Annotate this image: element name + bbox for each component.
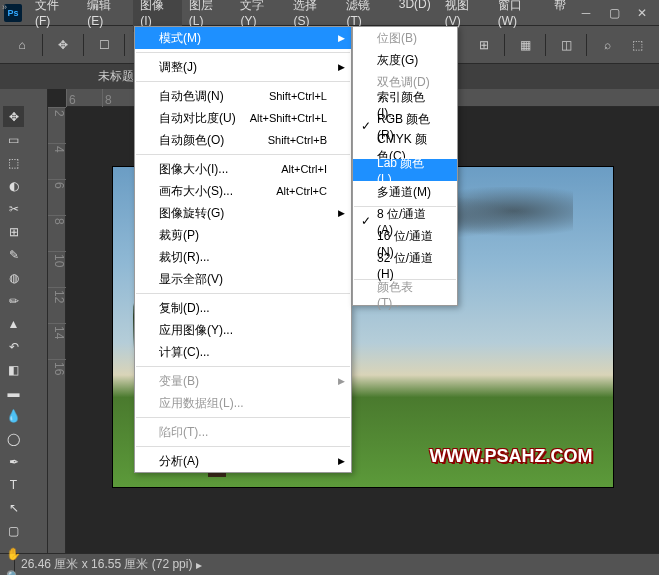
menu-item[interactable]: 自动色调(N)Shift+Ctrl+L — [135, 85, 351, 107]
auto-select-checkbox[interactable]: ☐ — [90, 31, 118, 59]
menu-item: 陷印(T)... — [135, 421, 351, 443]
ruler-vertical[interactable]: 246810121416 — [48, 107, 66, 553]
close-button[interactable]: ✕ — [629, 3, 655, 23]
history-brush-tool[interactable]: ↶ — [3, 336, 24, 357]
menu-item[interactable]: 分析(A)▶ — [135, 450, 351, 472]
menu-item[interactable]: 裁剪(P) — [135, 224, 351, 246]
share-icon[interactable]: ⬚ — [623, 31, 651, 59]
minimize-button[interactable]: ─ — [573, 3, 599, 23]
menu-item[interactable]: 画布大小(S)...Alt+Ctrl+C — [135, 180, 351, 202]
image-menu-dropdown: 模式(M)▶调整(J)▶自动色调(N)Shift+Ctrl+L自动对比度(U)A… — [134, 26, 352, 473]
menu-item[interactable]: 自动颜色(O)Shift+Ctrl+B — [135, 129, 351, 151]
maximize-button[interactable]: ▢ — [601, 3, 627, 23]
frame-tool[interactable]: ⊞ — [3, 221, 24, 242]
menu-item[interactable]: 计算(C)... — [135, 341, 351, 363]
menu-item[interactable]: 图像旋转(G)▶ — [135, 202, 351, 224]
search-icon[interactable]: ⌕ — [593, 31, 621, 59]
dodge-tool[interactable]: ◯ — [3, 428, 24, 449]
path-tool[interactable]: ↖ — [3, 497, 24, 518]
menu-item[interactable]: 显示全部(V) — [135, 268, 351, 290]
blur-tool[interactable]: 💧 — [3, 405, 24, 426]
menu-9[interactable]: 窗口(W) — [491, 0, 547, 32]
menu-item: 颜色表(T)... — [353, 283, 457, 305]
pen-tool[interactable]: ✒ — [3, 451, 24, 472]
collapse-icon[interactable]: » — [2, 2, 12, 12]
marquee-tool[interactable]: ⬚ — [3, 152, 24, 173]
type-tool[interactable]: T — [3, 474, 24, 495]
document-dimensions[interactable]: 26.46 厘米 x 16.55 厘米 (72 ppi) — [21, 556, 192, 573]
status-bar: 26.46 厘米 x 16.55 厘米 (72 ppi) ▸ — [0, 553, 659, 575]
zoom-tool[interactable]: 🔍 — [3, 566, 24, 575]
menu-item[interactable]: 复制(D)... — [135, 297, 351, 319]
menu-item[interactable]: 自动对比度(U)Alt+Shift+Ctrl+L — [135, 107, 351, 129]
menu-1[interactable]: 编辑(E) — [80, 0, 133, 32]
menu-0[interactable]: 文件(F) — [28, 0, 80, 32]
eyedropper-tool[interactable]: ✎ — [3, 244, 24, 265]
menu-item: 变量(B)▶ — [135, 370, 351, 392]
healing-tool[interactable]: ◍ — [3, 267, 24, 288]
rectangle-tool[interactable]: ▢ — [3, 520, 24, 541]
menu-item: 位图(B) — [353, 27, 457, 49]
workspace-icon[interactable]: ◫ — [552, 31, 580, 59]
brush-tool[interactable]: ✏ — [3, 290, 24, 311]
menu-item[interactable]: 32 位/通道(H) — [353, 254, 457, 276]
eraser-tool[interactable]: ◧ — [3, 359, 24, 380]
distribute-icon[interactable]: ⊞ — [470, 31, 498, 59]
menu-item: 应用数据组(L)... — [135, 392, 351, 414]
lasso-tool[interactable]: ◐ — [3, 175, 24, 196]
menu-10[interactable]: 帮 — [547, 0, 573, 32]
move-tool[interactable]: ✥ — [3, 106, 24, 127]
menu-item[interactable]: 裁切(R)... — [135, 246, 351, 268]
menu-item[interactable]: 模式(M)▶ — [135, 27, 351, 49]
menu-item[interactable]: 多通道(M) — [353, 181, 457, 203]
hand-tool[interactable]: ✋ — [3, 543, 24, 564]
menu-item[interactable]: 调整(J)▶ — [135, 56, 351, 78]
crop-tool[interactable]: ✂ — [3, 198, 24, 219]
watermark-text: WWW.PSAHZ.COM — [430, 446, 593, 467]
move-tool-icon[interactable]: ✥ — [49, 31, 77, 59]
menu-item[interactable]: 图像大小(I)...Alt+Ctrl+I — [135, 158, 351, 180]
menu-item[interactable]: 应用图像(Y)... — [135, 319, 351, 341]
menu-item[interactable]: 灰度(G) — [353, 49, 457, 71]
gradient-tool[interactable]: ▬ — [3, 382, 24, 403]
home-icon[interactable]: ⌂ — [8, 31, 36, 59]
tools-panel: » ✥ ▭ ⬚ ◐ ✂ ⊞ ✎ ◍ ✏ ▲ ↶ ◧ ▬ 💧 ◯ ✒ T ↖ ▢ … — [0, 89, 48, 553]
titlebar: Ps 文件(F)编辑(E)图像(I)图层(L)文字(Y)选择(S)滤镜(T)3D… — [0, 0, 659, 26]
chevron-right-icon[interactable]: ▸ — [196, 558, 202, 572]
mode-submenu-dropdown: 位图(B)灰度(G)双色调(D)索引颜色(I)...✓RGB 颜色(R)CMYK… — [352, 26, 458, 306]
artboard-tool[interactable]: ▭ — [3, 129, 24, 150]
menu-item[interactable]: Lab 颜色(L) — [353, 159, 457, 181]
window-controls: ─ ▢ ✕ — [573, 3, 655, 23]
stamp-tool[interactable]: ▲ — [3, 313, 24, 334]
3d-mode-icon[interactable]: ▦ — [511, 31, 539, 59]
